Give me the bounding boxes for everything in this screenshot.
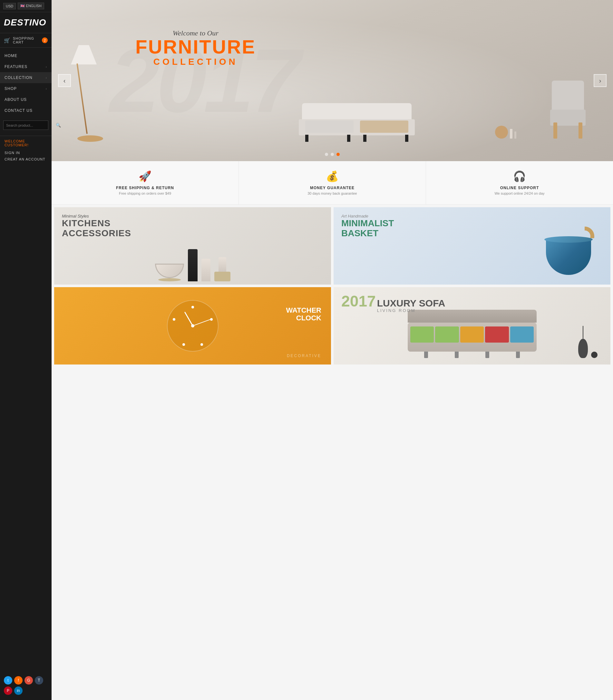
search-area: 🔍 bbox=[3, 120, 48, 130]
hero-sofa-decoration bbox=[296, 93, 418, 142]
sign-in-link[interactable]: SIGN IN bbox=[4, 150, 47, 156]
cylinder-sm-item bbox=[214, 257, 231, 281]
clock-dot-right bbox=[210, 318, 213, 321]
basket-label: Art Handmade MINIMALISTBASKET bbox=[341, 214, 394, 238]
clock-center-dot bbox=[191, 324, 194, 327]
cylinder-med-item bbox=[201, 259, 210, 281]
money-icon: 💰 bbox=[326, 170, 339, 182]
sofa-leg-2 bbox=[347, 135, 350, 142]
basket-title: MINIMALISTBASKET bbox=[341, 219, 394, 238]
twitter-icon[interactable]: t bbox=[4, 676, 12, 685]
product-card-basket[interactable]: Art Handmade MINIMALISTBASKET bbox=[334, 207, 610, 285]
slider-next-button[interactable]: › bbox=[594, 74, 607, 87]
chair-back bbox=[552, 80, 584, 113]
chevron-right-icon: › bbox=[46, 65, 47, 69]
user-section: WELCOME CUSTOMER! SIGN IN CREAT AN ACCOU… bbox=[0, 136, 52, 166]
sofa2-body bbox=[408, 323, 537, 352]
welcome-text: WELCOME CUSTOMER! bbox=[4, 139, 47, 147]
create-account-link[interactable]: CREAT AN ACCOUNT bbox=[4, 156, 47, 163]
feature-shipping-sub: Free shipping on orders over $49 bbox=[119, 192, 171, 195]
nav-about[interactable]: ABOUT US bbox=[0, 94, 52, 105]
sofa2-leg-2 bbox=[455, 352, 459, 358]
nav-shop[interactable]: SHOP › bbox=[0, 83, 52, 94]
top-bar: USD 🇬🇧 ENGLISH bbox=[0, 0, 52, 12]
vase-decoration bbox=[578, 339, 598, 358]
feature-support-title: ONLINE SUPPORT bbox=[500, 186, 539, 190]
product-grid: Minimal Styles KITCHENSACCESSORIES bbox=[52, 205, 613, 367]
search-button[interactable]: 🔍 bbox=[53, 121, 64, 130]
sofa-leg-1 bbox=[305, 135, 309, 142]
cushion-green bbox=[410, 326, 434, 342]
basket-subtitle: Art Handmade bbox=[341, 214, 394, 219]
sofa2-leg-1 bbox=[424, 352, 428, 358]
headphones-icon: 🎧 bbox=[513, 170, 526, 182]
kitchen-items-display bbox=[155, 249, 231, 285]
product-card-clock[interactable]: WATCHERCLOCK DECORATIVE bbox=[54, 287, 331, 364]
bowl-shape bbox=[155, 264, 184, 278]
cushion-orange bbox=[460, 326, 484, 342]
nav-home[interactable]: HOME bbox=[0, 50, 52, 61]
cart-area[interactable]: 🛒 SHOPPING CART 2 bbox=[0, 33, 52, 48]
hero-slider: 2017 Welcome to Our FURNITURE COLLECTION bbox=[52, 0, 613, 161]
pinterest-icon[interactable]: P bbox=[4, 686, 12, 695]
kitchen-label: Minimal Styles KITCHENSACCESSORIES bbox=[62, 214, 131, 238]
table-decoration bbox=[495, 126, 516, 139]
vase-small bbox=[591, 352, 598, 358]
product-card-sofa2[interactable]: 2017 LUXURY SOFA LIVING ROOM bbox=[334, 287, 610, 364]
slider-prev-button[interactable]: ‹ bbox=[58, 74, 71, 87]
clock-label: WATCHERCLOCK bbox=[286, 307, 321, 322]
cylinder-tall bbox=[188, 249, 198, 281]
feature-shipping: 🚀 FREE SHIPPING & RETURN Free shipping o… bbox=[52, 161, 239, 204]
sofa2-legs bbox=[411, 352, 533, 358]
chair-leg-1 bbox=[553, 122, 557, 139]
cart-badge: 2 bbox=[42, 37, 48, 43]
cushion-red bbox=[485, 326, 509, 342]
kitchen-subtitle: Minimal Styles bbox=[62, 214, 131, 219]
slider-dot-1[interactable] bbox=[325, 153, 328, 156]
sofa2-label: 2017 LUXURY SOFA LIVING ROOM bbox=[341, 294, 445, 313]
feature-support: 🎧 ONLINE SUPPORT We support online 24/24… bbox=[426, 161, 613, 204]
features-bar: 🚀 FREE SHIPPING & RETURN Free shipping o… bbox=[52, 161, 613, 205]
cushion-blue bbox=[510, 326, 534, 342]
nav-features[interactable]: FEATURES › bbox=[0, 61, 52, 72]
chair-leg-2 bbox=[578, 122, 582, 139]
rocket-icon: 🚀 bbox=[139, 170, 152, 182]
clock-dot-bottom-right bbox=[200, 343, 203, 346]
clock-face bbox=[167, 300, 219, 352]
facebook-icon[interactable]: f bbox=[14, 676, 23, 685]
tumblr-icon[interactable]: T bbox=[35, 676, 43, 685]
feature-guarantee: 💰 MONEY GUARANTEE 30 days money back gua… bbox=[239, 161, 426, 204]
nav-collection[interactable]: COLLECTION › bbox=[0, 72, 52, 83]
currency-selector[interactable]: USD bbox=[3, 3, 16, 9]
basket-display bbox=[546, 239, 591, 278]
feature-guarantee-sub: 30 days money back guarantee bbox=[308, 192, 357, 195]
sofa2-year: 2017 bbox=[341, 294, 376, 309]
linkedin-icon[interactable]: in bbox=[14, 686, 23, 695]
hero-lamp-decoration bbox=[77, 45, 103, 142]
sofa2-leg-4 bbox=[516, 352, 520, 358]
basket-shape bbox=[546, 239, 591, 275]
logo[interactable]: DESTINO bbox=[4, 17, 48, 28]
lamp-base bbox=[77, 135, 103, 142]
nav-contact[interactable]: CONTACT US bbox=[0, 105, 52, 116]
feature-guarantee-title: MONEY GUARANTEE bbox=[310, 186, 354, 190]
sofa-seat bbox=[299, 119, 415, 135]
feature-support-sub: We support online 24/24 on day bbox=[494, 192, 544, 195]
slider-dot-3[interactable] bbox=[337, 153, 340, 156]
search-input[interactable] bbox=[3, 121, 53, 129]
cushion-green2 bbox=[435, 326, 459, 342]
sofa-leg-4 bbox=[405, 135, 408, 142]
cylinder-medium bbox=[201, 259, 210, 281]
chevron-right-icon: › bbox=[46, 87, 47, 91]
product-card-kitchen[interactable]: Minimal Styles KITCHENSACCESSORIES bbox=[54, 207, 331, 285]
chevron-right-icon: › bbox=[46, 76, 47, 80]
cylinder-base bbox=[214, 272, 231, 281]
sofa2-title-text: LUXURY SOFA LIVING ROOM bbox=[377, 298, 445, 313]
sofa2-display bbox=[408, 310, 537, 364]
sofa2-leg-3 bbox=[485, 352, 489, 358]
logo-area: DESTINO bbox=[0, 12, 52, 33]
language-selector[interactable]: 🇬🇧 ENGLISH bbox=[18, 3, 44, 9]
google-icon[interactable]: G bbox=[25, 676, 33, 685]
clock-dot-bottom-left bbox=[182, 343, 185, 346]
slider-dot-2[interactable] bbox=[331, 153, 334, 156]
